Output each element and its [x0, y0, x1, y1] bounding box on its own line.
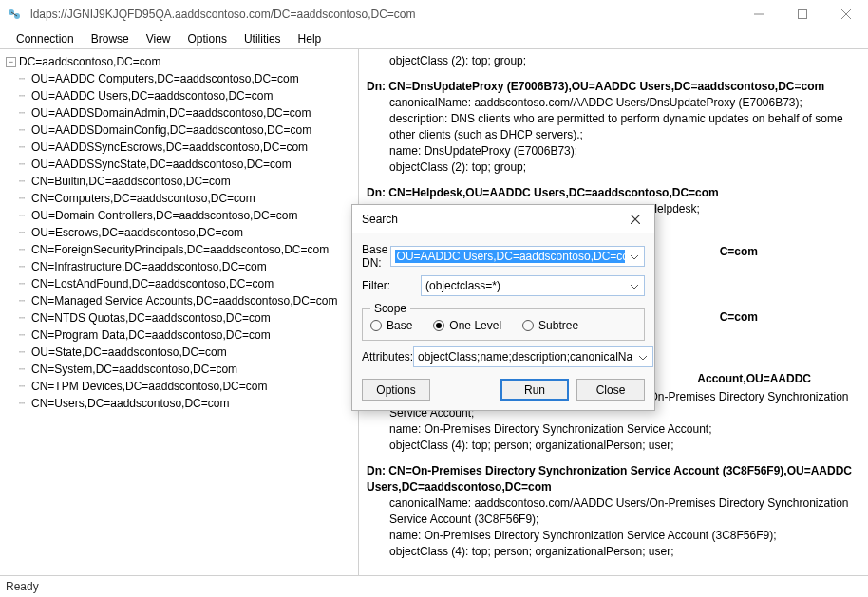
tree-node[interactable]: ⋯CN=LostAndFound,DC=aaddscontoso,DC=com [6, 275, 358, 292]
tree-node-label: OU=AADDSSyncEscrows,DC=aaddscontoso,DC=c… [31, 139, 308, 156]
tree-guide-icon: ⋯ [15, 207, 28, 224]
menu-browse[interactable]: Browse [83, 30, 138, 47]
tree-guide-icon: ⋯ [15, 224, 28, 241]
tree-root-node[interactable]: − DC=aaddscontoso,DC=com [6, 53, 358, 70]
close-button[interactable] [824, 0, 868, 28]
tree-node[interactable]: ⋯CN=Program Data,DC=aaddscontoso,DC=com [6, 326, 358, 344]
result-dn: Dn: CN=On-Premises Directory Synchroniza… [367, 463, 862, 495]
tree-node-label: CN=Computers,DC=aaddscontoso,DC=com [31, 190, 255, 207]
scope-base-radio[interactable]: Base [370, 319, 412, 332]
tree-guide-icon: ⋯ [15, 121, 28, 139]
menu-connection[interactable]: Connection [8, 30, 83, 47]
tree-guide-icon: ⋯ [15, 70, 28, 87]
result-dn: Dn: CN=DnsUpdateProxy (E7006B73),OU=AADD… [367, 79, 862, 95]
options-button[interactable]: Options [362, 379, 430, 401]
run-button[interactable]: Run [500, 379, 569, 401]
window-title: ldaps://JGNIJ9KJQFD95QA.aaddscontoso.com… [28, 8, 737, 21]
tree-guide-icon: ⋯ [15, 104, 28, 121]
base-dn-label: Base DN: [362, 243, 390, 270]
tree-node[interactable]: ⋯CN=Users,DC=aaddscontoso,DC=com [6, 395, 358, 412]
tree-node[interactable]: ⋯CN=System,DC=aaddscontoso,DC=com [6, 361, 358, 378]
scope-legend: Scope [370, 302, 410, 315]
tree-node-label: CN=Users,DC=aaddscontoso,DC=com [31, 395, 229, 412]
tree-node[interactable]: ⋯OU=AADDSDomainAdmin,DC=aaddscontoso,DC=… [6, 104, 358, 121]
tree-guide-icon: ⋯ [15, 87, 28, 104]
attributes-value: objectClass;name;description;canonicalNa… [418, 350, 633, 364]
tree-node[interactable]: ⋯CN=TPM Devices,DC=aaddscontoso,DC=com [6, 378, 358, 395]
result-line: name: On-Premises Directory Synchronizat… [367, 421, 862, 438]
menu-utilities[interactable]: Utilities [236, 30, 290, 47]
tree-node[interactable]: ⋯OU=State,DC=aaddscontoso,DC=com [6, 344, 358, 361]
tree-node-label: CN=System,DC=aaddscontoso,DC=com [31, 361, 237, 378]
tree-node-label: OU=AADDSSyncState,DC=aaddscontoso,DC=com [31, 156, 292, 173]
tree-node[interactable]: ⋯OU=Escrows,DC=aaddscontoso,DC=com [6, 224, 358, 241]
tree-guide-icon: ⋯ [15, 258, 28, 275]
result-line: name: On-Premises Directory Synchronizat… [367, 528, 862, 544]
result-line: canonicalName: aaddscontoso.com/AADDC Us… [367, 495, 862, 528]
tree-node-label: CN=LostAndFound,DC=aaddscontoso,DC=com [31, 275, 274, 292]
tree-node[interactable]: ⋯OU=AADDSSyncEscrows,DC=aaddscontoso,DC=… [6, 139, 358, 156]
filter-combo[interactable]: (objectclass=*) [421, 275, 645, 296]
scope-onelevel-radio[interactable]: One Level [433, 319, 501, 332]
attributes-label: Attributes: [362, 350, 413, 364]
tree-guide-icon: ⋯ [15, 173, 28, 190]
tree-node[interactable]: ⋯OU=AADDSDomainConfig,DC=aaddscontoso,DC… [6, 121, 358, 139]
tree-node[interactable]: ⋯OU=AADDSSyncState,DC=aaddscontoso,DC=co… [6, 156, 358, 173]
tree-guide-icon: ⋯ [15, 361, 28, 378]
tree-guide-icon: ⋯ [15, 275, 28, 292]
titlebar: ldaps://JGNIJ9KJQFD95QA.aaddscontoso.com… [0, 0, 868, 28]
tree-node-label: CN=TPM Devices,DC=aaddscontoso,DC=com [31, 378, 267, 395]
result-line: canonicalName: aaddscontoso.com/AADDC Us… [367, 95, 862, 111]
tree-node[interactable]: ⋯CN=ForeignSecurityPrincipals,DC=aaddsco… [6, 241, 358, 258]
tree-guide-icon: ⋯ [15, 326, 28, 344]
minimize-button[interactable] [737, 0, 781, 28]
tree-guide-icon: ⋯ [15, 292, 28, 309]
menu-options[interactable]: Options [179, 30, 236, 47]
tree-node-label: OU=AADDSDomainAdmin,DC=aaddscontoso,DC=c… [31, 104, 311, 121]
tree-node-label: CN=ForeignSecurityPrincipals,DC=aaddscon… [31, 241, 329, 258]
app-icon [0, 0, 28, 28]
base-dn-combo[interactable]: OU=AADDC Users,DC=aaddscontoso,DC=com [390, 246, 645, 267]
tree-guide-icon: ⋯ [15, 395, 28, 412]
tree-node[interactable]: ⋯OU=AADDC Computers,DC=aaddscontoso,DC=c… [6, 70, 358, 87]
result-line: name: DnsUpdateProxy (E7006B73); [367, 143, 862, 159]
tree-node[interactable]: ⋯CN=Computers,DC=aaddscontoso,DC=com [6, 190, 358, 207]
menu-view[interactable]: View [138, 30, 179, 47]
filter-label: Filter: [362, 279, 421, 292]
chevron-down-icon [630, 252, 641, 263]
base-dn-value: OU=AADDC Users,DC=aaddscontoso,DC=com [395, 250, 625, 263]
tree-node-label: OU=AADDC Computers,DC=aaddscontoso,DC=co… [31, 70, 299, 87]
tree-node-label: OU=State,DC=aaddscontoso,DC=com [31, 344, 227, 361]
tree-node-label: CN=NTDS Quotas,DC=aaddscontoso,DC=com [31, 309, 271, 326]
result-line: objectClass (2): top; group; [367, 159, 862, 176]
menu-help[interactable]: Help [290, 30, 330, 47]
dialog-close-button[interactable] [626, 210, 645, 229]
tree-node[interactable]: ⋯OU=Domain Controllers,DC=aaddscontoso,D… [6, 207, 358, 224]
tree-node-label: OU=Domain Controllers,DC=aaddscontoso,DC… [31, 207, 297, 224]
tree-node-label: CN=Infrastructure,DC=aaddscontoso,DC=com [31, 258, 267, 275]
dialog-titlebar: Search [352, 205, 654, 233]
tree-node[interactable]: ⋯CN=Builtin,DC=aaddscontoso,DC=com [6, 173, 358, 190]
tree-node[interactable]: ⋯OU=AADDC Users,DC=aaddscontoso,DC=com [6, 87, 358, 104]
tree-node[interactable]: ⋯CN=NTDS Quotas,DC=aaddscontoso,DC=com [6, 309, 358, 326]
tree-node-label: OU=Escrows,DC=aaddscontoso,DC=com [31, 224, 243, 241]
chevron-down-icon [638, 352, 650, 364]
status-text: Ready [6, 580, 39, 593]
menubar: Connection Browse View Options Utilities… [0, 28, 868, 49]
tree-guide-icon: ⋯ [15, 241, 28, 258]
tree-root-label: DC=aaddscontoso,DC=com [19, 53, 160, 70]
collapse-icon[interactable]: − [6, 57, 16, 67]
tree-node-label: CN=Program Data,DC=aaddscontoso,DC=com [31, 326, 271, 344]
tree-node[interactable]: ⋯CN=Managed Service Accounts,DC=aaddscon… [6, 292, 358, 309]
attributes-combo[interactable]: objectClass;name;description;canonicalNa… [413, 346, 653, 367]
maximize-button[interactable] [781, 0, 824, 28]
tree-guide-icon: ⋯ [15, 378, 28, 395]
tree-pane: − DC=aaddscontoso,DC=com ⋯OU=AADDC Compu… [0, 49, 359, 575]
close-button-dialog[interactable]: Close [576, 379, 645, 401]
scope-subtree-radio[interactable]: Subtree [522, 319, 578, 332]
svg-rect-2 [799, 10, 807, 19]
result-line: objectClass (2): top; group; [367, 53, 862, 69]
filter-value: (objectclass=*) [425, 279, 625, 292]
tree-node[interactable]: ⋯CN=Infrastructure,DC=aaddscontoso,DC=co… [6, 258, 358, 275]
scope-fieldset: Scope Base One Level Subtree [362, 302, 645, 341]
